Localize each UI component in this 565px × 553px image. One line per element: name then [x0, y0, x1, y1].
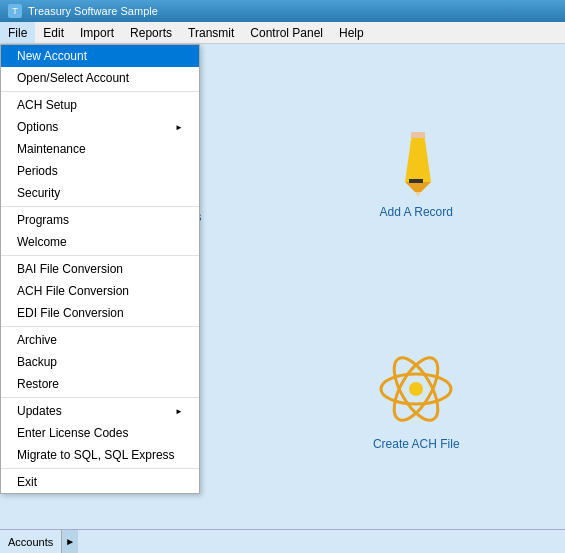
- create-ach-label: Create ACH File: [373, 437, 460, 451]
- svg-marker-5: [405, 182, 431, 192]
- menu-maintenance[interactable]: Maintenance: [1, 138, 199, 160]
- menu-bar: File New Account Open/Select Account ACH…: [0, 22, 565, 44]
- menu-new-account[interactable]: New Account: [1, 45, 199, 67]
- status-bar: Accounts ►: [0, 529, 565, 553]
- separator-2: [1, 206, 199, 207]
- pencil-icon: [381, 127, 451, 197]
- separator-6: [1, 468, 199, 469]
- menu-migrate-sql[interactable]: Migrate to SQL, SQL Express: [1, 444, 199, 466]
- separator-5: [1, 397, 199, 398]
- menu-reports[interactable]: Reports: [122, 22, 180, 43]
- menu-edit[interactable]: Edit: [35, 22, 72, 43]
- menu-backup[interactable]: Backup: [1, 351, 199, 373]
- separator-1: [1, 91, 199, 92]
- atom-icon: [376, 349, 456, 429]
- separator-4: [1, 326, 199, 327]
- add-record-tile[interactable]: Add A Record: [380, 127, 453, 219]
- svg-marker-8: [415, 192, 421, 197]
- create-ach-tile[interactable]: Create ACH File: [373, 349, 460, 451]
- separator-3: [1, 255, 199, 256]
- file-dropdown: New Account Open/Select Account ACH Setu…: [0, 44, 200, 494]
- svg-point-16: [409, 382, 423, 396]
- svg-marker-4: [405, 140, 431, 182]
- title-bar: T Treasury Software Sample: [0, 0, 565, 22]
- menu-welcome[interactable]: Welcome: [1, 231, 199, 253]
- menu-bai-conversion[interactable]: BAI File Conversion: [1, 258, 199, 280]
- menu-updates[interactable]: Updates ►: [1, 400, 199, 422]
- menu-archive[interactable]: Archive: [1, 329, 199, 351]
- title-bar-text: Treasury Software Sample: [28, 5, 158, 17]
- menu-file-label: File: [8, 26, 27, 40]
- menu-options[interactable]: Options ►: [1, 116, 199, 138]
- svg-rect-7: [411, 132, 425, 138]
- menu-ach-conversion[interactable]: ACH File Conversion: [1, 280, 199, 302]
- menu-security[interactable]: Security: [1, 182, 199, 204]
- accounts-section: Accounts: [0, 530, 62, 553]
- accounts-label: Accounts: [8, 536, 53, 548]
- menu-restore[interactable]: Restore: [1, 373, 199, 395]
- options-arrow: ►: [175, 123, 183, 132]
- app-icon: T: [8, 4, 22, 18]
- menu-programs[interactable]: Programs: [1, 209, 199, 231]
- menu-import[interactable]: Import: [72, 22, 122, 43]
- svg-rect-6: [409, 179, 423, 183]
- menu-ach-setup[interactable]: ACH Setup: [1, 94, 199, 116]
- status-bar-arrow[interactable]: ►: [62, 530, 78, 553]
- menu-exit[interactable]: Exit: [1, 471, 199, 493]
- menu-transmit[interactable]: Transmit: [180, 22, 242, 43]
- add-record-label: Add A Record: [380, 205, 453, 219]
- menu-periods[interactable]: Periods: [1, 160, 199, 182]
- menu-file[interactable]: File New Account Open/Select Account ACH…: [0, 22, 35, 43]
- menu-control-panel[interactable]: Control Panel: [242, 22, 331, 43]
- updates-arrow: ►: [175, 407, 183, 416]
- menu-edi-conversion[interactable]: EDI File Conversion: [1, 302, 199, 324]
- menu-help[interactable]: Help: [331, 22, 372, 43]
- menu-open-account[interactable]: Open/Select Account: [1, 67, 199, 89]
- menu-enter-license[interactable]: Enter License Codes: [1, 422, 199, 444]
